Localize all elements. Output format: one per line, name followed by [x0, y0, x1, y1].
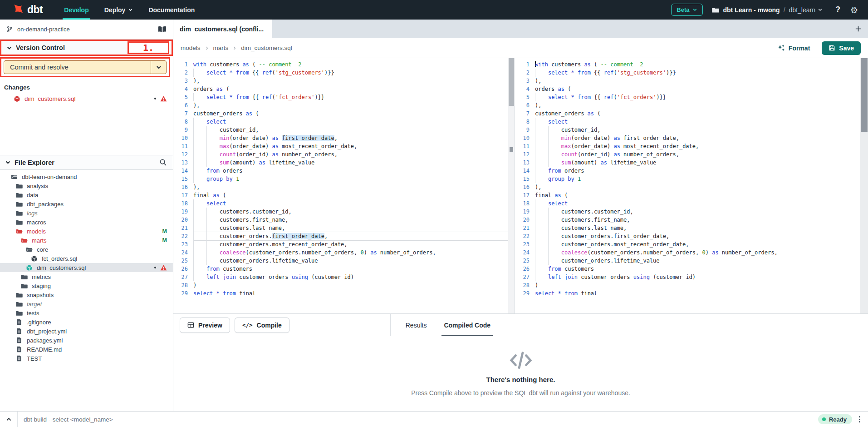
code-line-23[interactable]: 23 customer_orders.most_recent_order_dat…	[515, 240, 868, 248]
nav-tab-documentation[interactable]: Documentation	[141, 0, 202, 20]
code-line-27[interactable]: 27 left join customer_orders using (cust…	[173, 273, 515, 281]
beta-button[interactable]: Beta	[671, 4, 703, 16]
code-line-24[interactable]: 24 coalesce(customer_orders.number_of_or…	[515, 248, 868, 257]
code-line-4[interactable]: 4orders as (	[173, 85, 515, 93]
code-line-14[interactable]: 14 from orders	[515, 167, 868, 175]
code-line-1[interactable]: 1with customers as ( -- comment 2	[173, 60, 515, 69]
code-line-9[interactable]: 9 customer_id,	[515, 126, 868, 134]
code-line-28[interactable]: 28)	[515, 281, 868, 289]
file-tree-item-fct-orders-sql[interactable]: fct_orders.sql	[0, 254, 173, 263]
code-line-22[interactable]: 22 customer_orders.first_order_date,	[173, 232, 515, 240]
editor-scrollbar[interactable]	[860, 58, 868, 313]
code-line-7[interactable]: 7customer_orders as (	[515, 109, 868, 118]
code-line-13[interactable]: 13 sum(amount) as lifetime_value	[173, 159, 515, 167]
project-name[interactable]: dbt_learn	[789, 6, 823, 14]
code-line-28[interactable]: 28)	[173, 281, 515, 289]
gear-icon[interactable]: ⚙	[850, 5, 858, 15]
left-pane-scrollbar-thumb[interactable]	[509, 58, 514, 106]
code-line-19[interactable]: 19 customers.customer_id,	[173, 208, 515, 216]
code-line-15[interactable]: 15 group by 1	[173, 175, 515, 183]
code-line-16[interactable]: 16),	[173, 183, 515, 191]
code-line-10[interactable]: 10 min(order_date) as first_order_date,	[173, 134, 515, 142]
file-tree-item-dim-customers-sql[interactable]: dim_customers.sql	[0, 263, 173, 272]
commit-and-resolve-label[interactable]: Commit and resolve	[4, 61, 151, 74]
commit-and-resolve-button[interactable]: Commit and resolve	[4, 60, 167, 74]
preview-button[interactable]: Preview	[180, 318, 230, 333]
code-line-12[interactable]: 12 count(order_id) as number_of_orders,	[173, 150, 515, 159]
code-line-21[interactable]: 21 customers.last_name,	[515, 224, 868, 232]
editor-scrollbar-thumb[interactable]	[861, 58, 868, 132]
code-line-11[interactable]: 11 max(order_date) as most_recent_order_…	[515, 142, 868, 150]
code-line-18[interactable]: 18 select	[173, 199, 515, 208]
account-project-selector[interactable]: dbt Learn - mwong / dbt_learn	[712, 6, 823, 14]
file-tree-item-tests[interactable]: tests	[0, 308, 173, 318]
file-tree-item-marts[interactable]: martsM	[0, 236, 173, 245]
code-line-26[interactable]: 26 from customers	[515, 265, 868, 273]
file-explorer-section-header[interactable]: File Explorer	[0, 155, 173, 170]
code-line-1[interactable]: 1with customers as ( -- comment 2	[515, 60, 868, 69]
file-tree-item-data[interactable]: data	[0, 190, 173, 199]
code-line-15[interactable]: 15 group by 1	[515, 175, 868, 183]
file-tree-item-dbt-learn-on-demand[interactable]: dbt-learn-on-demand	[0, 172, 173, 181]
code-line-16[interactable]: 16),	[515, 183, 868, 191]
code-line-10[interactable]: 10 min(order_date) as first_order_date,	[515, 134, 868, 142]
file-tree-item-dbt-project-yml[interactable]: dbt_project.yml	[0, 327, 173, 336]
code-pane-left[interactable]: 1with customers as ( -- comment 22 selec…	[173, 58, 515, 313]
save-button[interactable]: Save	[822, 41, 861, 55]
code-line-27[interactable]: 27 left join customer_orders using (cust…	[515, 273, 868, 281]
file-tree-item-logs[interactable]: logs	[0, 209, 173, 218]
compile-button[interactable]: </> Compile	[235, 318, 289, 333]
code-line-22[interactable]: 22 customer_orders.first_order_date,	[515, 232, 868, 240]
file-tree-item-analysis[interactable]: analysis	[0, 181, 173, 190]
code-line-6[interactable]: 6),	[173, 101, 515, 109]
code-line-29[interactable]: 29select * from final	[515, 289, 868, 298]
code-line-29[interactable]: 29select * from final	[173, 289, 515, 298]
command-bar-toggle[interactable]	[0, 416, 17, 423]
code-line-9[interactable]: 9 customer_id,	[173, 126, 515, 134]
new-tab-plus-icon[interactable]	[855, 25, 862, 32]
code-line-20[interactable]: 20 customers.first_name,	[173, 216, 515, 224]
code-line-4[interactable]: 4orders as (	[515, 85, 868, 93]
editor-tab-dim-customers[interactable]: dim_customers.sql (confli...	[173, 20, 272, 38]
file-tree-item-macros[interactable]: macros	[0, 218, 173, 227]
code-line-2[interactable]: 2 select * from {{ ref('stg_customers')}…	[173, 69, 515, 77]
code-line-3[interactable]: 3),	[515, 77, 868, 85]
search-icon[interactable]	[159, 159, 167, 166]
code-line-5[interactable]: 5 select * from {{ ref('fct_orders')}}	[173, 93, 515, 101]
docs-book-icon[interactable]	[158, 26, 167, 33]
version-control-section-header[interactable]: Version Control 1.	[0, 40, 173, 56]
code-line-18[interactable]: 18 select	[515, 199, 868, 208]
file-tree-item-snapshots[interactable]: snapshots	[0, 290, 173, 299]
code-line-7[interactable]: 7customer_orders as (	[173, 109, 515, 118]
code-line-23[interactable]: 23 customer_orders.most_recent_order_dat…	[173, 240, 515, 248]
code-line-21[interactable]: 21 customers.last_name,	[173, 224, 515, 232]
help-icon[interactable]: ?	[835, 5, 840, 15]
breadcrumb-models[interactable]: models	[181, 45, 201, 51]
tab-results[interactable]: Results	[403, 314, 429, 337]
code-line-25[interactable]: 25 customer_orders.lifetime_value	[173, 257, 515, 265]
changed-file-dim-customers[interactable]: dim_customers.sql	[0, 93, 173, 104]
code-line-6[interactable]: 6),	[515, 101, 868, 109]
file-tree-item-dbt-packages[interactable]: dbt_packages	[0, 199, 173, 209]
file-tree-item-staging[interactable]: staging	[0, 281, 173, 290]
ide-status-badge[interactable]: Ready	[818, 414, 852, 424]
code-line-14[interactable]: 14 from orders	[173, 167, 515, 175]
code-line-12[interactable]: 12 count(order_id) as number_of_orders,	[515, 150, 868, 159]
code-line-3[interactable]: 3),	[173, 77, 515, 85]
kebab-menu-icon[interactable]	[859, 416, 860, 422]
code-line-13[interactable]: 13 sum(amount) as lifetime_value	[515, 159, 868, 167]
code-line-8[interactable]: 8 select	[515, 118, 868, 126]
code-line-24[interactable]: 24 coalesce(customer_orders.number_of_or…	[173, 248, 515, 257]
branch-selector[interactable]: on-demand-practice	[0, 20, 173, 40]
command-input[interactable]: dbt build --select <model_name>	[24, 416, 818, 423]
tab-compiled-code[interactable]: Compiled Code	[441, 314, 493, 337]
code-line-26[interactable]: 26 from customers	[173, 265, 515, 273]
left-pane-scrollbar[interactable]	[508, 58, 515, 313]
file-tree-item-test[interactable]: TEST	[0, 354, 173, 363]
file-tree-item-models[interactable]: modelsM	[0, 227, 173, 236]
commit-options-dropdown[interactable]	[151, 61, 166, 74]
code-line-25[interactable]: 25 customer_orders.lifetime_value	[515, 257, 868, 265]
file-tree-item--gitignore[interactable]: .gitignore	[0, 318, 173, 327]
file-tree-item-target[interactable]: target	[0, 299, 173, 308]
format-button[interactable]: Format	[777, 44, 810, 52]
